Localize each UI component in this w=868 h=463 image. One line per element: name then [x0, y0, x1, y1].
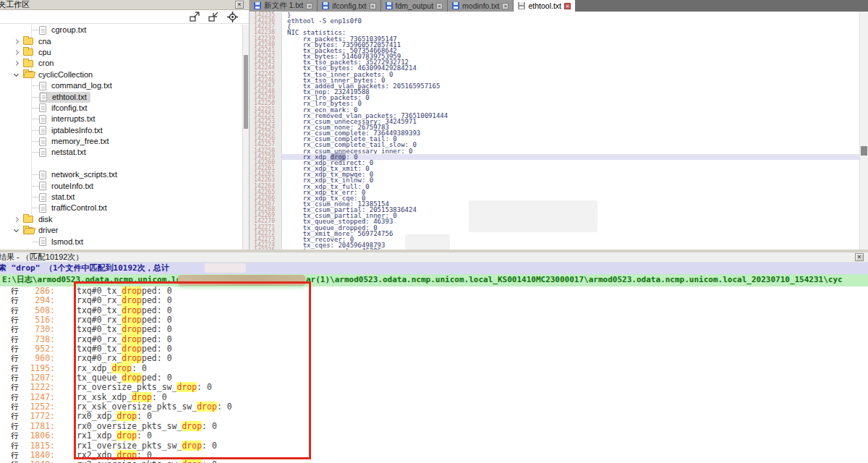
- result-row[interactable]: 行960:rxq#0_rx_dropped: 0: [0, 354, 868, 363]
- chevron-down-icon[interactable]: [14, 227, 19, 232]
- result-row[interactable]: 行1849:rx2_oversize_pkts_sw_drop: 0: [0, 460, 868, 463]
- result-line-text: rx2_xdp_drop: 0: [77, 451, 152, 460]
- tab-ifconfig-txt[interactable]: ifconfig.txt×: [318, 0, 380, 12]
- tree-item-file-memory-free-txt[interactable]: memory_free.txt: [0, 136, 242, 147]
- tree-item-file-command-log-txt[interactable]: command_log.txt: [0, 80, 242, 91]
- result-line-text: rx0_oversize_pkts_sw_drop: 0: [77, 422, 217, 431]
- result-line-number: 1772:: [21, 412, 55, 421]
- result-row[interactable]: 行294:rxq#0_rx_dropped: 0: [0, 296, 868, 305]
- result-row[interactable]: 行1772:rx0_xdp_drop: 0: [0, 412, 868, 421]
- file-icon: [39, 193, 46, 202]
- tab-label: 新文件 1.txt: [264, 1, 303, 11]
- result-line-text: txq#0_tx_dropped: 0: [77, 344, 172, 354]
- tab-modinfo-txt[interactable]: modinfo.txt×: [448, 0, 514, 12]
- tab-close-icon[interactable]: ×: [370, 3, 376, 9]
- tab-close-icon[interactable]: ×: [502, 3, 509, 9]
- chevron-right-icon[interactable]: [14, 217, 19, 222]
- tree-item-folder-cna[interactable]: cna: [0, 35, 242, 46]
- result-row[interactable]: 行1207:tx_queue_dropped: 0: [0, 373, 868, 383]
- chevron-right-icon[interactable]: [14, 61, 19, 66]
- tab--1-txt[interactable]: 新文件 1.txt×: [250, 0, 318, 12]
- result-row[interactable]: 行730:txq#0_tx_dropped: 0: [0, 325, 868, 334]
- result-line-text: rx1_xdp_drop: 0: [77, 431, 152, 441]
- tab-fdm-output[interactable]: fdm_output×: [381, 0, 448, 12]
- result-row[interactable]: 行1195:rx_xdp_drop: 0: [0, 364, 868, 373]
- tree-gap-redacted: [0, 158, 242, 169]
- tree-item-file-ifconfig-txt[interactable]: ifconfig.txt: [0, 103, 242, 114]
- file-icon: [39, 204, 46, 213]
- tab-close-icon[interactable]: ×: [306, 3, 312, 9]
- result-row[interactable]: 行738:rxq#0_rx_dropped: 0: [0, 335, 868, 344]
- tree-item-file-iptablesinfo-txt[interactable]: iptablesInfo.txt: [0, 125, 242, 136]
- tree-item-file-trafficcontrol-txt[interactable]: trafficControl.txt: [0, 203, 242, 213]
- result-row[interactable]: 行1252:rx_xsk_oversize_pkts_sw_drop: 0: [0, 402, 868, 412]
- tree-item-folder-cpu[interactable]: cpu: [0, 47, 242, 58]
- match-highlight: drop: [182, 441, 202, 451]
- tree-item-file-routeinfo-txt[interactable]: routeInfo.txt: [0, 180, 242, 191]
- result-row-prefix: 行: [11, 306, 21, 315]
- tree-item-folder-disk[interactable]: disk: [0, 214, 242, 225]
- tree-item-file-network-scripts-txt[interactable]: network_scripts.txt: [0, 169, 242, 180]
- result-row[interactable]: 行1222:rx_oversize_pkts_sw_drop: 0: [0, 383, 868, 392]
- editor-scrollbar[interactable]: [859, 12, 868, 250]
- results-title: 搜索结果 - （匹配10192次）: [0, 252, 83, 262]
- tree-item-file-netstat-txt[interactable]: netstat.txt: [0, 147, 242, 158]
- result-line-text: rxq#0_rx_dropped: 0: [77, 354, 172, 363]
- file-icon: [39, 126, 46, 135]
- result-line-number: 960:: [21, 354, 55, 363]
- result-row[interactable]: 行286:txq#0_tx_dropped: 0: [0, 286, 868, 296]
- tree-scrollbar[interactable]: [242, 25, 249, 250]
- tree-item-label: network_scripts.txt: [49, 170, 119, 179]
- editor-scrollbar-thumb[interactable]: [861, 146, 867, 156]
- result-row[interactable]: 行516:rxq#0_rx_dropped: 0: [0, 315, 868, 325]
- tree-tick: [32, 141, 39, 142]
- result-line-text: rx0_xdp_drop: 0: [77, 412, 152, 421]
- collapse-all-icon[interactable]: [208, 12, 220, 22]
- result-line-number: 1806:: [21, 431, 55, 441]
- file-icon: [40, 93, 47, 101]
- workspace-close-button[interactable]: ×: [235, 1, 244, 9]
- result-row[interactable]: 行952:txq#0_tx_dropped: 0: [0, 344, 868, 354]
- tree-item-file-stat-txt[interactable]: stat.txt: [0, 192, 242, 203]
- tree-item-label: driver: [36, 226, 61, 235]
- result-row[interactable]: 行1247:rx_xsk_xdp_drop: 0: [0, 393, 868, 402]
- tree-tick: [32, 242, 39, 242]
- editor[interactable]: 1422351422361422371422381422391422401422…: [250, 12, 868, 250]
- tree-item-file-cgroup-txt[interactable]: cgroup.txt: [0, 25, 242, 35]
- file-icon: [39, 137, 46, 146]
- tree-selection-highlight: ethtool.txt: [39, 92, 90, 103]
- tree-item-label: memory_free.txt: [49, 137, 111, 146]
- search-summary-line[interactable]: 搜索 "drop" （1个文件中匹配到10192次，总计 次）: [0, 263, 868, 274]
- match-highlight: drop: [122, 305, 142, 315]
- save-icon: [386, 2, 393, 9]
- result-row[interactable]: 行1815:rx1_oversize_pkts_sw_drop: 0: [0, 441, 868, 451]
- tree-item-file-lsmod-txt[interactable]: lsmod.txt: [0, 236, 242, 247]
- result-row[interactable]: 行1806:rx1_xdp_drop: 0: [0, 431, 868, 441]
- file-tree: cgroup.txtcnacpucroncyclicCollectioncomm…: [0, 25, 242, 250]
- result-row[interactable]: 行1840:rx2_xdp_drop: 0: [0, 451, 868, 460]
- result-row-prefix: 行: [11, 422, 21, 431]
- tree-item-folder-cron[interactable]: cron: [0, 58, 242, 69]
- tree-item-folder-cycliccollection[interactable]: cyclicCollection: [0, 69, 242, 80]
- results-close-button[interactable]: ×: [855, 253, 864, 261]
- result-row-prefix: 行: [11, 431, 21, 441]
- tree-item-file-interrupts-txt[interactable]: interrupts.txt: [0, 114, 242, 124]
- tab-ethtool-txt[interactable]: ethtool.txt×: [514, 0, 576, 12]
- result-row[interactable]: 行1781:rx0_oversize_pkts_sw_drop: 0: [0, 422, 868, 431]
- result-line-text: rxq#0_rx_dropped: 0: [77, 315, 172, 325]
- tab-close-icon[interactable]: ×: [436, 3, 443, 9]
- expand-all-icon[interactable]: [190, 12, 201, 22]
- tree-tick: [32, 186, 39, 187]
- tree-item-folder-driver[interactable]: driver: [0, 225, 242, 236]
- chevron-right-icon[interactable]: [14, 50, 19, 55]
- tree-scrollbar-thumb[interactable]: [244, 55, 248, 129]
- result-file-path-end: ar(1)\armod0523.odata.ncmp.unicom.local_…: [306, 274, 843, 286]
- chevron-right-icon[interactable]: [14, 39, 19, 44]
- result-row[interactable]: 行508:txq#0_tx_dropped: 0: [0, 306, 868, 315]
- locate-file-icon[interactable]: [227, 12, 239, 22]
- tree-item-file-ethtool-txt[interactable]: ethtool.txt: [0, 91, 242, 102]
- chevron-down-icon[interactable]: [14, 72, 19, 77]
- redaction-blob: [469, 200, 597, 232]
- tab-close-icon[interactable]: ×: [564, 3, 571, 9]
- result-file-path-line[interactable]: E:\日志\armod0523.odata.ncmp.unicom.loca a…: [0, 274, 868, 286]
